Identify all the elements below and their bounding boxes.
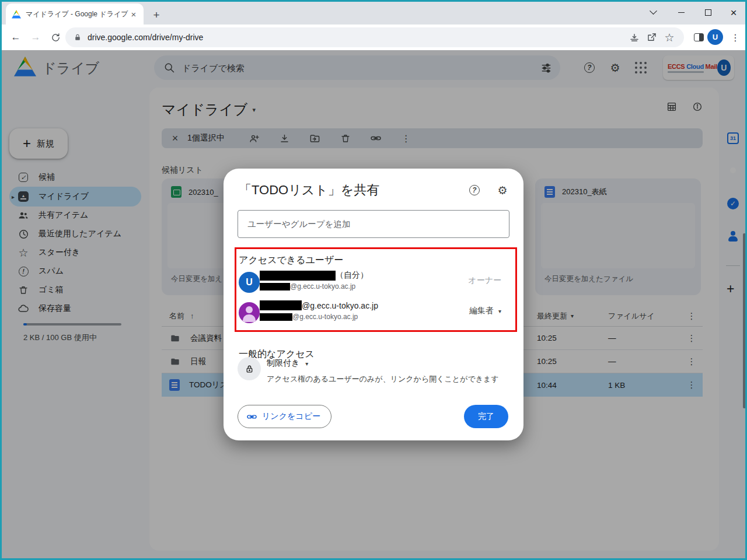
browser-tab[interactable]: マイドライブ - Google ドライブ × bbox=[6, 4, 144, 24]
redacted-name bbox=[260, 271, 336, 281]
browser-menu-icon[interactable]: ⋮ bbox=[727, 29, 743, 46]
user-avatar bbox=[239, 302, 260, 323]
user-row-owner[interactable]: U （自分） @g.ecc.u-tokyo.ac.jp オーナー bbox=[238, 268, 509, 299]
user-avatar: U bbox=[239, 272, 260, 293]
share-page-icon[interactable] bbox=[643, 29, 661, 46]
lock-icon bbox=[74, 33, 82, 41]
redacted-email bbox=[260, 313, 292, 321]
tab-title: マイドライブ - Google ドライブ bbox=[26, 9, 128, 19]
self-note: （自分） bbox=[336, 270, 368, 281]
chevron-down-icon: ▾ bbox=[305, 360, 308, 367]
copy-link-button[interactable]: リンクをコピー bbox=[238, 405, 331, 428]
dialog-title: 「TODOリスト」を共有 bbox=[239, 181, 379, 199]
role-editor-dropdown[interactable]: 編集者 ▾ bbox=[469, 306, 501, 316]
chevron-down-icon: ▾ bbox=[498, 308, 501, 314]
forward-button[interactable]: → bbox=[27, 29, 44, 46]
role-owner-label: オーナー bbox=[468, 275, 501, 286]
window-close-button[interactable]: × bbox=[725, 5, 742, 20]
access-level-dropdown[interactable]: 制限付き ▾ bbox=[267, 358, 308, 369]
redacted-name bbox=[260, 300, 302, 310]
side-panel-icon[interactable] bbox=[690, 29, 707, 46]
reload-button[interactable] bbox=[47, 29, 64, 46]
add-people-input[interactable] bbox=[238, 210, 509, 238]
url-text: drive.google.com/drive/my-drive bbox=[88, 33, 626, 42]
browser-profile-avatar[interactable]: U bbox=[707, 29, 723, 45]
lock-icon bbox=[238, 357, 261, 380]
window-maximize-button[interactable] bbox=[699, 5, 717, 20]
email-domain: @g.ecc.u-tokyo.ac.jp bbox=[290, 282, 355, 290]
tab-search-chevron-icon[interactable] bbox=[644, 5, 662, 20]
email-domain: @g.ecc.u-tokyo.ac.jp bbox=[292, 313, 358, 321]
user-row-editor[interactable]: @g.ecc.u-tokyo.ac.jp @g.ecc.u-tokyo.ac.j… bbox=[238, 299, 509, 329]
bookmark-star-icon[interactable]: ☆ bbox=[661, 29, 678, 46]
people-with-access-heading: アクセスできるユーザー bbox=[239, 254, 343, 267]
email-domain: @g.ecc.u-tokyo.ac.jp bbox=[302, 301, 378, 310]
redacted-email bbox=[260, 283, 290, 290]
url-bar[interactable]: drive.google.com/drive/my-drive ☆ bbox=[65, 27, 684, 47]
share-dialog: 「TODOリスト」を共有 ? ⚙ アクセスできるユーザー U （自分） @g.e… bbox=[224, 169, 523, 440]
screen: マイドライブ - Google ドライブ × + × ← → drive.goo… bbox=[0, 0, 747, 560]
browser-toolbar: ← → drive.google.com/drive/my-drive ☆ U … bbox=[0, 24, 747, 50]
download-page-icon[interactable] bbox=[626, 29, 643, 46]
tab-close-icon[interactable]: × bbox=[128, 9, 139, 19]
window-minimize-button[interactable] bbox=[672, 5, 690, 20]
dialog-settings-gear-icon[interactable]: ⚙ bbox=[493, 181, 512, 200]
browser-tab-strip: マイドライブ - Google ドライブ × + × bbox=[0, 0, 747, 24]
new-tab-button[interactable]: + bbox=[149, 8, 163, 22]
back-button[interactable]: ← bbox=[7, 29, 25, 46]
access-description: アクセス権のあるユーザーのみが、リンクから開くことができます bbox=[267, 374, 499, 384]
link-icon bbox=[246, 411, 257, 422]
done-button[interactable]: 完了 bbox=[464, 405, 508, 428]
drive-favicon bbox=[12, 10, 21, 19]
dialog-help-icon[interactable]: ? bbox=[465, 181, 484, 200]
